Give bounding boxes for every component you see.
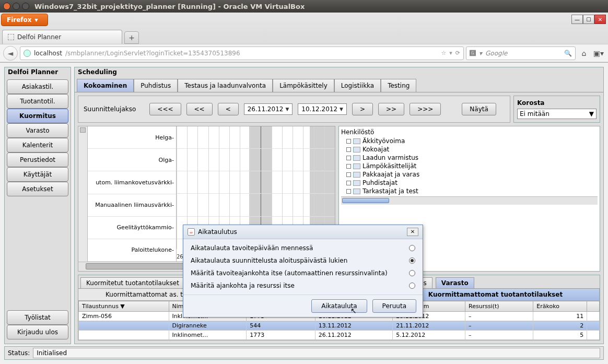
window-close-button[interactable]: ✕ <box>594 15 606 24</box>
gantt-resource-label: utom. liimankovetusvärkki- <box>88 171 176 194</box>
sidebar-item-varasto[interactable]: Varasto <box>7 123 68 138</box>
bottom-tab[interactable]: Kuormitetut tuotantotilaukset <box>80 277 185 288</box>
radio-icon[interactable] <box>409 283 415 289</box>
google-icon: 🅶 <box>470 50 476 57</box>
sidebar-item-käyttäjät[interactable]: Käyttäjät <box>7 167 68 182</box>
radio-icon[interactable] <box>409 257 415 264</box>
os-minimize-icon[interactable] <box>13 3 20 10</box>
sched-tabs: KokoaminenPuhdistusTestaus ja laadunvalv… <box>75 77 603 92</box>
sidebar-footer-kirjaudu ulos[interactable]: Kirjaudu ulos <box>7 325 68 339</box>
globe-icon <box>24 50 31 57</box>
date-to-input[interactable]: 10.12.2012▼ <box>298 103 347 115</box>
nav-back1-button[interactable]: < <box>218 103 239 115</box>
table-header[interactable]: Tilaustunnus ▼ <box>79 301 169 312</box>
sidebar-item-kalenterit[interactable]: Kalenterit <box>7 138 68 152</box>
sidebar-footer-työlistat[interactable]: Työlistat <box>7 310 68 325</box>
new-tab-button[interactable]: + <box>124 31 139 44</box>
tree-item[interactable]: Kokoajat <box>341 145 598 154</box>
home-icon[interactable]: ⌂ <box>578 47 590 60</box>
tree-toggle-icon[interactable] <box>346 147 351 152</box>
radio-icon[interactable] <box>409 245 415 251</box>
status-value: Initialised <box>33 348 600 358</box>
nav-fwd2-button[interactable]: >> <box>378 103 404 115</box>
window-minimize-button[interactable]: — <box>571 15 583 24</box>
nav-fwd1-button[interactable]: > <box>352 103 373 115</box>
tree-item[interactable]: Laadun varmistus <box>341 154 598 162</box>
sidebar: Delfoi Planner Asiakastil.Tuotantotil.Ku… <box>4 67 71 344</box>
search-box[interactable]: 🅶 ▾ Google 🔍 <box>466 46 576 60</box>
gantt-resource-label: Manuaalinen liimausvärkki- <box>88 194 176 217</box>
tree-item[interactable]: Pakkaajat ja varas <box>341 170 598 179</box>
korosta-title: Korosta <box>517 99 597 107</box>
url-host: localhost <box>34 50 62 57</box>
date-from-input[interactable]: 26.11.2012▼ <box>244 103 293 115</box>
tree-item[interactable]: Tarkastajat ja test <box>341 187 598 195</box>
korosta-group: Korosta Ei mitään▼ <box>513 96 600 123</box>
tree-item[interactable]: Lämpökäsittelijät <box>341 162 598 170</box>
table-header[interactable]: Eräkoko <box>533 301 587 312</box>
os-maximize-icon[interactable] <box>22 3 29 10</box>
bottom-tab[interactable]: Varasto <box>436 277 474 288</box>
dialog-option[interactable]: Määritä ajankohta ja resurssi itse <box>191 282 415 289</box>
sidebar-item-perustiedot[interactable]: Perustiedot <box>7 152 68 167</box>
back-button[interactable]: ◄ <box>3 46 18 61</box>
radio-icon[interactable] <box>409 270 415 276</box>
sidebar-item-asiakastil.[interactable]: Asiakastil. <box>7 79 68 94</box>
tree-toggle-icon[interactable] <box>346 156 351 160</box>
gantt-resource-label: Helga- <box>88 126 176 149</box>
tree-horizontal-scrollbar[interactable] <box>341 196 598 205</box>
tree-toggle-icon[interactable] <box>346 172 351 177</box>
sidebar-item-asetukset[interactable]: Asetukset <box>7 182 68 196</box>
korosta-select[interactable]: Ei mitään▼ <box>517 109 597 119</box>
search-icon[interactable]: 🔍 <box>564 50 572 57</box>
firefox-menu-button[interactable]: Firefox ▾ <box>1 14 48 26</box>
bookmark-star-icon[interactable]: ☆ <box>441 50 446 56</box>
dialog-close-button[interactable]: ✕ <box>407 228 418 236</box>
sched-tab[interactable]: Kokoaminen <box>77 79 134 92</box>
nav-back2-button[interactable]: << <box>186 103 213 115</box>
folder-icon <box>353 172 360 178</box>
nav-back3-button[interactable]: <<< <box>149 103 181 115</box>
folder-icon <box>353 155 360 161</box>
tree-toggle-icon[interactable] <box>346 164 351 169</box>
tree-root[interactable]: Henkilöstö <box>341 128 598 136</box>
os-close-icon[interactable] <box>3 3 10 10</box>
status-label: Status: <box>8 349 30 357</box>
sched-tab[interactable]: Testing <box>381 79 416 92</box>
sched-tab[interactable]: Logistiikka <box>334 79 381 92</box>
dialog-option[interactable]: Aikataulauta tavoitepäivään mennessä <box>191 244 415 252</box>
show-button[interactable]: Näytä <box>462 103 496 115</box>
tree-item[interactable]: Puhdistajat <box>341 179 598 187</box>
url-bar[interactable]: localhost /smbplanner/LoginServlet?login… <box>20 46 464 60</box>
browser-tab[interactable]: Delfoi Planner <box>2 30 122 44</box>
gantt-resource-label: Paloittelukone- <box>88 239 176 262</box>
nav-fwd3-button[interactable]: >>> <box>410 103 441 115</box>
gantt-resource-label: Olga- <box>88 149 176 171</box>
dialog-cancel-button[interactable]: Peruuta <box>372 299 416 313</box>
gantt-vertical-scrollbar[interactable] <box>78 126 88 262</box>
folder-icon <box>353 138 360 144</box>
window-maximize-button[interactable]: ☐ <box>583 15 594 24</box>
tree-toggle-icon[interactable] <box>346 181 351 185</box>
dialog-ok-button[interactable]: Aikatauluta <box>311 299 367 313</box>
dialog-option[interactable]: Määritä tavoiteajankohta itse (automaatt… <box>191 269 415 277</box>
bookmarks-icon[interactable]: ▣▾ <box>592 47 605 60</box>
reload-icon[interactable]: ⟳ <box>455 50 460 56</box>
folder-icon <box>353 163 360 169</box>
sched-tab[interactable]: Testaus ja laadunvalvonta <box>178 79 273 92</box>
plan-label: Suunnittelujakso <box>84 105 136 113</box>
table-header[interactable]: Resurssi(t) <box>465 301 533 312</box>
firefox-menu-label: Firefox <box>7 16 32 24</box>
tree-item[interactable]: Äkkityövoima <box>341 137 598 145</box>
tree-toggle-icon[interactable] <box>346 189 351 194</box>
dialog-titlebar[interactable]: ☕ Aikataulutus ✕ <box>183 225 423 239</box>
sched-tab[interactable]: Lämpökäsittely <box>273 79 334 92</box>
sched-tab[interactable]: Puhdistus <box>134 79 178 92</box>
sidebar-item-tuotantotil.[interactable]: Tuotantotil. <box>7 94 68 109</box>
table-row[interactable]: Digiranneke54413.11.201221.11.2012–2 <box>79 321 600 331</box>
dialog-option[interactable]: Aikataulauta suunnittelusta aloituspäivä… <box>191 257 415 264</box>
sidebar-item-kuormitus[interactable]: Kuormitus <box>7 109 68 123</box>
tree-toggle-icon[interactable] <box>346 139 351 144</box>
folder-icon <box>353 189 360 194</box>
table-row[interactable]: Inklinomet...177326.11.20125.12.2012–5 <box>79 331 600 340</box>
